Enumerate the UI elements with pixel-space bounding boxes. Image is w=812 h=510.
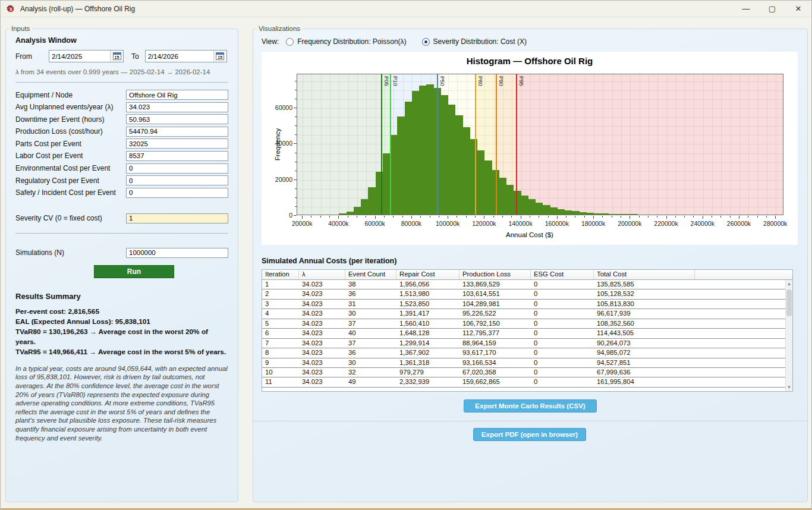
histogram-bar xyxy=(550,207,558,215)
input-field-row: Equipment / Node xyxy=(15,90,228,100)
gridline xyxy=(297,99,783,100)
table-cell: 1,361,318 xyxy=(396,358,459,367)
to-calendar-button[interactable]: 15 xyxy=(213,51,226,62)
table-row[interactable]: 534.023371,560,410106,792,1500108,352,56… xyxy=(262,319,792,329)
plot-area: P05P10P50P80P90P95 xyxy=(297,74,783,215)
table-cell: 34.023 xyxy=(299,377,345,386)
table-cell: 30 xyxy=(345,309,396,318)
field-input-5[interactable] xyxy=(126,151,228,161)
histogram-bar xyxy=(514,191,521,215)
scroll-down-icon[interactable]: ▼ xyxy=(786,383,792,391)
table-cell: 0 xyxy=(531,309,594,318)
table-row[interactable]: 834.023361,367,90293,617,170094,985,072 xyxy=(262,348,792,358)
from-date-input[interactable] xyxy=(49,51,110,62)
table-row[interactable]: 334.023311,523,850104,289,9810105,813,83… xyxy=(262,300,792,309)
simulations-label: Simulations (N) xyxy=(15,248,126,257)
field-input-2[interactable] xyxy=(126,114,228,124)
x-tick xyxy=(302,216,303,219)
inputs-panel: Analysis Window From 15 To 15 λ from 34 … xyxy=(5,29,238,502)
field-input-3[interactable] xyxy=(126,127,228,137)
x-tick xyxy=(411,216,412,219)
x-tick-label: 100000k xyxy=(430,220,465,227)
minimize-button[interactable]: — xyxy=(733,1,759,17)
to-label: To xyxy=(131,52,139,61)
histogram-bar xyxy=(419,86,426,215)
input-field-row: Safety / Incident Cost per Event xyxy=(15,188,228,198)
x-tick-label: 160000k xyxy=(539,220,575,227)
table-row[interactable]: 934.023301,361,31893,166,534094,527,851 xyxy=(262,358,792,368)
to-date-input[interactable] xyxy=(146,51,213,62)
column-header-λ[interactable]: λ xyxy=(299,270,345,279)
histogram-bar xyxy=(477,150,484,215)
field-input-8[interactable] xyxy=(126,188,228,198)
field-input-6[interactable] xyxy=(126,163,228,174)
field-input-1[interactable] xyxy=(126,102,228,112)
table-cell: 1 xyxy=(262,280,299,289)
x-tick xyxy=(320,216,321,218)
inputs-group-label: Inputs xyxy=(9,25,32,32)
column-header-Production Loss[interactable]: Production Loss xyxy=(459,270,531,279)
table-cell: 0 xyxy=(531,368,594,377)
table-row[interactable]: 634.023401,648,128112,795,3770114,443,50… xyxy=(262,329,792,338)
scrollbar-thumb[interactable] xyxy=(786,289,792,316)
table-row[interactable]: 434.023301,391,41795,226,522096,617,939 xyxy=(262,309,792,319)
x-tick xyxy=(557,216,558,219)
close-button[interactable]: ✕ xyxy=(785,1,811,17)
from-date-picker[interactable]: 15 xyxy=(49,50,124,62)
y-tick-label: 0 xyxy=(265,212,292,219)
field-input-7[interactable] xyxy=(126,175,228,185)
x-tick xyxy=(466,216,467,218)
gridline xyxy=(297,81,783,82)
x-tick xyxy=(675,216,676,218)
column-header-ESG Cost[interactable]: ESG Cost xyxy=(531,270,594,279)
table-cell: 67,020,358 xyxy=(459,368,531,377)
simulations-input[interactable] xyxy=(126,248,228,258)
column-header-filler[interactable] xyxy=(695,270,792,279)
table-cell: 31 xyxy=(345,300,396,308)
column-header-Event Count[interactable]: Event Count xyxy=(345,270,396,279)
field-input-4[interactable] xyxy=(126,138,228,149)
x-tick xyxy=(475,216,476,218)
table-row[interactable]: 734.023371,299,91488,964,159090,264,073 xyxy=(262,339,792,348)
result-line: EAL (Expected Annual Loss): 95,838,101 xyxy=(15,317,228,327)
gridline xyxy=(297,153,783,154)
percentile-line-p50 xyxy=(437,74,438,215)
export-pdf-button[interactable]: Export PDF (open in browser) xyxy=(473,428,586,441)
divider xyxy=(253,421,808,421)
scroll-up-icon[interactable]: ▲ xyxy=(786,280,792,288)
table-cell: 6 xyxy=(262,329,299,338)
maximize-button[interactable]: ▢ xyxy=(759,1,785,17)
table-scrollbar[interactable]: ▲ ▼ xyxy=(785,280,792,391)
severity-cv-input[interactable] xyxy=(126,213,228,223)
table-cell: 0 xyxy=(531,280,594,289)
table-body: 134.023381,956,056133,869,5290135,825,58… xyxy=(262,280,792,388)
table-row[interactable]: 234.023361,513,980103,614,5510105,128,53… xyxy=(262,289,792,299)
table-cell: 8 xyxy=(262,348,299,357)
table-cell xyxy=(695,289,792,298)
table-row[interactable]: 134.023381,956,056133,869,5290135,825,58… xyxy=(262,280,792,289)
field-input-0[interactable] xyxy=(126,90,228,100)
table-cell: 1,367,902 xyxy=(396,348,459,357)
radio-label: Frequency Distribution: Poisson(λ) xyxy=(297,37,406,46)
x-tick xyxy=(357,216,357,218)
x-tick xyxy=(612,216,612,218)
from-calendar-button[interactable]: 15 xyxy=(110,51,123,62)
column-header-Repair Cost[interactable]: Repair Cost xyxy=(396,270,459,279)
field-label: Equipment / Node xyxy=(15,91,126,99)
view-label: View: xyxy=(262,37,279,46)
field-label: Regulatory Cost per Event xyxy=(15,177,126,185)
radio-severity-distribution[interactable]: Severity Distribution: Cost (X) xyxy=(422,37,527,46)
x-tick xyxy=(348,216,348,218)
radio-frequency-distribution[interactable]: Frequency Distribution: Poisson(λ) xyxy=(286,37,406,46)
table-row[interactable]: 1034.02332979,27967,020,358067,999,636 xyxy=(262,368,792,377)
table-cell: 10 xyxy=(262,368,299,377)
column-header-Iteration[interactable]: Iteration xyxy=(262,270,299,279)
table-cell xyxy=(695,319,792,328)
x-tick xyxy=(621,216,621,218)
to-date-picker[interactable]: 15 xyxy=(145,50,227,62)
table-cell: 105,813,830 xyxy=(594,300,695,308)
column-header-Total Cost[interactable]: Total Cost xyxy=(594,270,695,279)
run-button[interactable]: Run xyxy=(94,265,174,278)
export-csv-button[interactable]: Export Monte Carlo Results (CSV) xyxy=(464,399,597,413)
table-row[interactable]: 1134.023492,332,939159,662,8650161,995,8… xyxy=(262,377,792,387)
